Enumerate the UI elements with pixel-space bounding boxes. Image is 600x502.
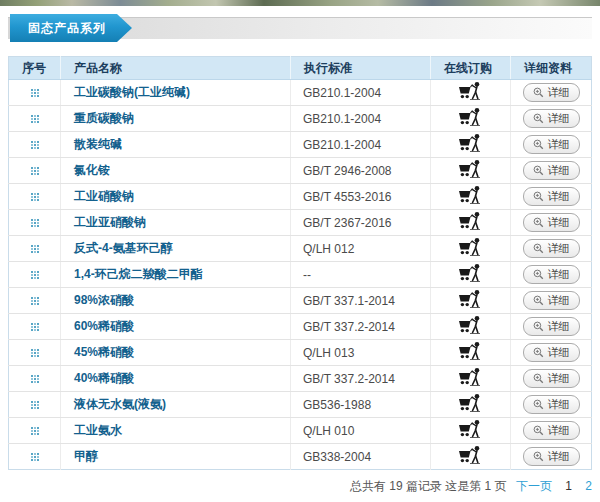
table-row: 工业碳酸钠(工业纯碱)GB210.1-2004 详细	[9, 80, 592, 106]
cart-person-icon[interactable]	[456, 107, 486, 128]
order-cell	[431, 184, 511, 210]
detail-button[interactable]: 详细	[523, 83, 580, 102]
standard-text: GB210.1-2004	[303, 86, 381, 100]
cart-person-icon[interactable]	[456, 237, 486, 258]
product-table: 序号 产品名称 执行标准 在线订购 详细资料 工业碳酸钠(工业纯碱)GB210.…	[8, 56, 592, 470]
table-row: 工业亚硝酸钠GB/T 2367-2016 详细	[9, 210, 592, 236]
detail-button[interactable]: 详细	[523, 317, 580, 336]
product-link[interactable]: 工业氨水	[74, 423, 122, 437]
seq-cell	[9, 236, 61, 262]
order-cell	[431, 340, 511, 366]
product-name-cell: 45%稀硝酸	[61, 340, 291, 366]
detail-button[interactable]: 详细	[523, 343, 580, 362]
cart-person-icon[interactable]	[456, 289, 486, 310]
detail-cell: 详细	[511, 106, 592, 132]
section-banner: 固态产品系列	[8, 14, 592, 42]
product-link[interactable]: 液体无水氨(液氨)	[74, 397, 166, 411]
cart-person-icon[interactable]	[456, 133, 486, 154]
grid-dots-icon	[31, 323, 39, 331]
cart-person-icon[interactable]	[456, 341, 486, 362]
detail-button[interactable]: 详细	[523, 421, 580, 440]
grid-dots-icon	[31, 89, 39, 97]
next-page-link[interactable]: 下一页	[516, 479, 552, 493]
standard-cell: Q/LH 013	[291, 340, 431, 366]
standard-cell: GB210.1-2004	[291, 132, 431, 158]
table-row: 工业硝酸钠GB/T 4553-2016 详细	[9, 184, 592, 210]
seq-cell	[9, 262, 61, 288]
detail-button[interactable]: 详细	[523, 187, 580, 206]
product-link[interactable]: 甲醇	[74, 449, 98, 463]
detail-button[interactable]: 详细	[523, 135, 580, 154]
cart-person-icon[interactable]	[456, 263, 486, 284]
section-title: 固态产品系列	[28, 21, 106, 35]
detail-button-label: 详细	[548, 345, 570, 360]
grid-dots-icon	[31, 271, 39, 279]
standard-cell: Q/LH 012	[291, 236, 431, 262]
header-online-order: 在线订购	[431, 57, 511, 80]
magnifier-plus-icon	[533, 373, 544, 384]
cart-person-icon[interactable]	[456, 315, 486, 336]
detail-cell: 详细	[511, 262, 592, 288]
product-link[interactable]: 散装纯碱	[74, 137, 122, 151]
seq-cell	[9, 314, 61, 340]
detail-button-label: 详细	[548, 449, 570, 464]
table-row: 60%稀硝酸GB/T 337.2-2014 详细	[9, 314, 592, 340]
grid-dots-icon	[31, 349, 39, 357]
detail-cell: 详细	[511, 314, 592, 340]
order-cell	[431, 392, 511, 418]
product-link[interactable]: 工业硝酸钠	[74, 189, 134, 203]
cart-person-icon[interactable]	[456, 367, 486, 388]
order-cell	[431, 210, 511, 236]
detail-button[interactable]: 详细	[523, 395, 580, 414]
product-link[interactable]: 氯化铵	[74, 163, 110, 177]
seq-cell	[9, 418, 61, 444]
pagination-bar: 总共有 19 篇记录 这是第 1 页 下一页 1 2	[8, 476, 592, 495]
seq-cell	[9, 392, 61, 418]
cart-person-icon[interactable]	[456, 159, 486, 180]
seq-cell	[9, 132, 61, 158]
standard-cell: GB/T 337.1-2014	[291, 288, 431, 314]
product-link[interactable]: 45%稀硝酸	[74, 345, 134, 359]
product-name-cell: 反式-4-氨基环己醇	[61, 236, 291, 262]
current-page-number: 1	[565, 479, 572, 493]
detail-button[interactable]: 详细	[523, 213, 580, 232]
detail-button[interactable]: 详细	[523, 369, 580, 388]
page-2-link[interactable]: 2	[585, 479, 592, 493]
detail-button-label: 详细	[548, 371, 570, 386]
detail-button[interactable]: 详细	[523, 109, 580, 128]
table-row: 液体无水氨(液氨)GB536-1988 详细	[9, 392, 592, 418]
detail-button[interactable]: 详细	[523, 239, 580, 258]
cart-person-icon[interactable]	[456, 393, 486, 414]
magnifier-plus-icon	[533, 165, 544, 176]
detail-button[interactable]: 详细	[523, 447, 580, 466]
seq-cell	[9, 106, 61, 132]
product-link[interactable]: 40%稀硝酸	[74, 371, 134, 385]
product-link[interactable]: 60%稀硝酸	[74, 319, 134, 333]
product-link[interactable]: 重质碳酸钠	[74, 111, 134, 125]
product-link[interactable]: 98%浓硝酸	[74, 293, 134, 307]
standard-text: GB210.1-2004	[303, 112, 381, 126]
detail-button[interactable]: 详细	[523, 161, 580, 180]
product-name-cell: 散装纯碱	[61, 132, 291, 158]
grid-dots-icon	[31, 193, 39, 201]
standard-text: GB/T 337.1-2014	[303, 294, 395, 308]
product-link[interactable]: 工业碳酸钠(工业纯碱)	[74, 85, 190, 99]
product-link[interactable]: 反式-4-氨基环己醇	[74, 241, 173, 255]
magnifier-plus-icon	[533, 87, 544, 98]
cart-person-icon[interactable]	[456, 185, 486, 206]
cart-person-icon[interactable]	[456, 445, 486, 466]
detail-button[interactable]: 详细	[523, 265, 580, 284]
detail-cell: 详细	[511, 132, 592, 158]
cart-person-icon[interactable]	[456, 81, 486, 102]
standard-text: GB/T 2367-2016	[303, 216, 392, 230]
product-link[interactable]: 1,4-环己烷二羧酸二甲酯	[74, 267, 203, 281]
cart-person-icon[interactable]	[456, 211, 486, 232]
product-link[interactable]: 工业亚硝酸钠	[74, 215, 146, 229]
product-name-cell: 工业亚硝酸钠	[61, 210, 291, 236]
standard-cell: GB/T 2946-2008	[291, 158, 431, 184]
detail-button-label: 详细	[548, 319, 570, 334]
standard-cell: GB536-1988	[291, 392, 431, 418]
detail-button[interactable]: 详细	[523, 291, 580, 310]
table-row: 98%浓硝酸GB/T 337.1-2014 详细	[9, 288, 592, 314]
cart-person-icon[interactable]	[456, 419, 486, 440]
